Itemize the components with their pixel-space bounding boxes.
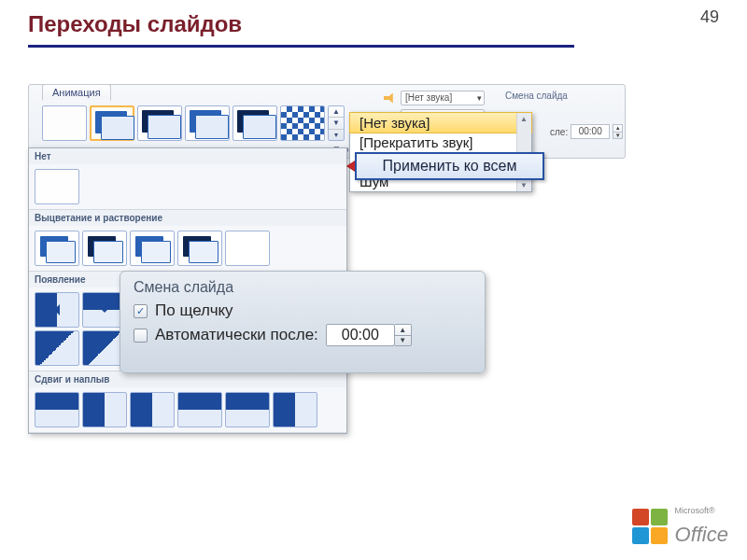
office-squares-icon <box>632 509 668 544</box>
transition-gallery: ▲▼▾ <box>42 105 345 145</box>
apply-to-all-button[interactable]: Применить ко всем <box>355 152 544 180</box>
transition-fade-selected[interactable] <box>90 105 134 141</box>
transition-option[interactable] <box>35 330 79 366</box>
title-underline <box>28 45 574 48</box>
transition-option[interactable] <box>225 392 270 427</box>
transition-option[interactable] <box>82 231 127 266</box>
transition-checker[interactable] <box>280 105 325 141</box>
transition-option[interactable] <box>130 231 175 266</box>
sound-option-selected[interactable]: [Нет звука] <box>349 112 532 133</box>
panel-title: Смена слайда <box>134 279 472 296</box>
sound-icon <box>384 91 397 105</box>
section-none: Нет <box>29 148 346 164</box>
on-click-label: По щелчку <box>155 301 233 320</box>
page-title: Переходы слайдов <box>28 11 242 37</box>
gallery-more-icon[interactable]: ▲▼▾ <box>328 105 345 141</box>
logo-office: Office <box>675 523 728 546</box>
tab-animation[interactable]: Анимация <box>42 84 111 101</box>
sound-row: [Нет звука] <box>384 91 485 105</box>
sound-option[interactable]: [Прекратить звук] <box>350 133 531 152</box>
advance-slide-label: Смена слайда <box>505 91 568 101</box>
after-label: сле: <box>550 127 568 137</box>
checkbox-on-click[interactable]: ✓ <box>134 304 148 318</box>
checkbox-auto-after[interactable] <box>134 329 148 343</box>
transition-option[interactable] <box>35 169 79 204</box>
page-number: 49 <box>700 7 719 27</box>
transition-option[interactable] <box>82 392 127 427</box>
transition-option[interactable] <box>130 392 175 427</box>
time-spinner[interactable]: ▲▼ <box>395 324 412 346</box>
transition-option[interactable] <box>35 292 79 328</box>
logo-ms: Microsoft® <box>675 506 715 515</box>
auto-time-field[interactable]: 00:00 <box>326 324 395 346</box>
transition-option[interactable] <box>35 392 79 427</box>
transition-fade-dark[interactable] <box>137 105 182 141</box>
transition-option[interactable] <box>177 392 222 427</box>
transition-cut[interactable] <box>185 105 230 141</box>
sound-dropdown[interactable]: [Нет звука] <box>401 91 485 105</box>
transition-option[interactable] <box>225 231 270 266</box>
transition-option[interactable] <box>35 231 79 266</box>
transition-none[interactable] <box>42 105 87 141</box>
section-shift: Сдвиг и наплыв <box>29 371 346 387</box>
advance-slide-panel: Смена слайда ✓ По щелчку Автоматически п… <box>120 271 486 373</box>
office-logo: Microsoft® Office <box>632 506 728 547</box>
transition-option[interactable] <box>273 392 317 427</box>
section-fade: Выцветание и растворение <box>29 210 346 226</box>
after-time-small[interactable]: 00:00 <box>571 124 610 139</box>
transition-cut-dark[interactable] <box>233 105 277 141</box>
spinner-small[interactable]: ▲▼ <box>613 124 623 139</box>
auto-after-label: Автоматически после: <box>155 326 318 344</box>
transition-option[interactable] <box>177 231 222 266</box>
